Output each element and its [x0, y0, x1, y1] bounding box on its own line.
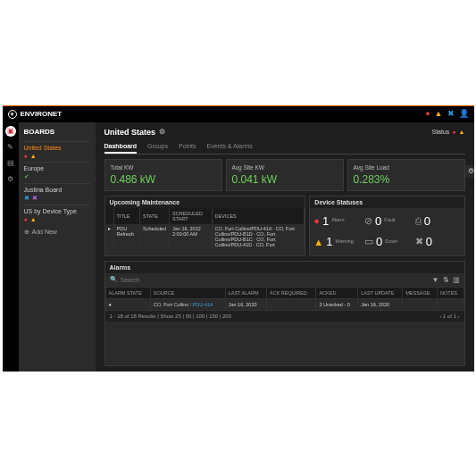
pager-pages[interactable]: ‹ 1 of 1 ›: [439, 313, 459, 319]
upcoming-maintenance-panel: Upcoming Maintenance TITLE STATE SCHEDUL…: [104, 196, 306, 256]
sidebar-item-usdevtype[interactable]: US by Device Type ●▲: [24, 205, 90, 225]
table-header-row: TITLE STATE SCHEDULED START DEVICES: [105, 208, 305, 224]
device-icon: ⎙: [415, 215, 422, 226]
add-new-button[interactable]: ⊕ Add New: [24, 229, 90, 236]
down-icon: ▭: [364, 236, 373, 247]
device-statuses-panel: Device Statuses ●1Alarm ⊘0Fault ⎙0 ▲1War…: [309, 196, 464, 256]
sidebar-item-us[interactable]: United States ●▲: [24, 141, 90, 162]
sidebar-title: BOARDS: [24, 128, 90, 136]
warning-icon: ▲: [30, 216, 37, 222]
rail-chart-icon[interactable]: ▤: [5, 158, 16, 169]
alarms-panel: Alarms 🔍 ▼ ⇅ ▥ ALARM STATE SOURCE LAST A…: [104, 261, 465, 366]
status-extra2[interactable]: ✖0: [415, 232, 461, 252]
warning-icon: ▲: [459, 129, 465, 135]
kpi-row: Total KW 0.486 kW Avg Site KW 0.041 kW A…: [104, 159, 465, 191]
tabs: Dashboard Groups Points Events & Alarms: [104, 140, 465, 154]
info-icon[interactable]: ●: [425, 110, 430, 118]
page-title: United States ⚙: [104, 128, 166, 137]
ok-icon: ✔: [24, 173, 29, 180]
kpi-avg-site-kw: Avg Site KW 0.041 kW: [226, 159, 344, 191]
chevron-left-icon[interactable]: ‹: [439, 313, 441, 319]
warning-icon: ▲: [313, 237, 323, 247]
logo-icon: ✦: [8, 110, 17, 119]
chevron-right-icon[interactable]: ›: [458, 313, 460, 319]
nav-rail: ▣ ✎ ▤ ⚙: [3, 122, 19, 372]
tools-icon[interactable]: ✖: [447, 110, 455, 118]
status-warning[interactable]: ▲1Warning: [313, 232, 359, 252]
info-icon: ●: [452, 129, 455, 135]
tab-points[interactable]: Points: [179, 140, 196, 154]
tools-icon: ✖: [415, 236, 423, 247]
topbar-icons: ● ▲ ✖ 👤: [425, 110, 468, 118]
fault-icon: ⊘: [364, 215, 372, 227]
warning-icon[interactable]: ▲: [435, 110, 443, 118]
rail-edit-icon[interactable]: ✎: [5, 142, 16, 153]
logo: ✦ ENVIRONET: [8, 110, 63, 119]
kpi-total-kw: Total KW 0.486 kW: [104, 159, 222, 191]
search-input[interactable]: [121, 277, 432, 283]
status-alarm[interactable]: ●1Alarm: [313, 212, 359, 231]
sort-icon[interactable]: ⇅: [443, 276, 449, 284]
tab-events[interactable]: Events & Alarms: [207, 140, 253, 154]
app-name: ENVIRONET: [21, 110, 63, 118]
rail-settings-icon[interactable]: ⚙: [5, 174, 16, 185]
tab-groups[interactable]: Groups: [147, 140, 168, 154]
chevron-right-icon[interactable]: ▸: [108, 226, 111, 231]
table-row[interactable]: ● CO, Fort Collins / PDU-41A Jan 16, 202…: [105, 298, 463, 310]
rail-boards-icon[interactable]: ▣: [5, 126, 16, 137]
info-icon: ●: [24, 153, 28, 159]
pager-results[interactable]: 1 - 18 of 18 Results | Show 25 | 50 | 10…: [110, 313, 232, 319]
columns-icon[interactable]: ▥: [453, 276, 460, 284]
warning-icon: ▲: [30, 153, 37, 159]
tools-icon: ✖: [32, 195, 38, 202]
gear-icon[interactable]: ⚙: [159, 128, 165, 136]
user-icon[interactable]: 👤: [459, 110, 469, 118]
alarm-icon: ●: [313, 215, 320, 226]
tab-dashboard[interactable]: Dashboard: [104, 140, 138, 154]
plus-icon: ⊕: [24, 229, 29, 236]
status-extra1[interactable]: ⎙0: [415, 212, 461, 231]
info-icon: ●: [24, 216, 28, 222]
tools-icon: ✖: [24, 195, 29, 202]
search-box[interactable]: 🔍: [110, 276, 432, 283]
filter-icon[interactable]: ▼: [432, 276, 439, 284]
settings-gear-icon[interactable]: ⚙: [465, 165, 474, 178]
sidebar: BOARDS United States ●▲ Europe ✔ Justina…: [19, 122, 96, 372]
search-icon: 🔍: [110, 276, 118, 283]
kpi-avg-site-load: Avg Site Load 0.283%: [347, 159, 465, 191]
alarms-table: ALARM STATE SOURCE LAST ALARM ACK REQUIR…: [105, 287, 464, 311]
table-header-row: ALARM STATE SOURCE LAST ALARM ACK REQUIR…: [105, 287, 463, 298]
status-down[interactable]: ▭0Down: [364, 232, 410, 252]
status: Status ● ▲: [431, 129, 464, 135]
main: ⚙ United States ⚙ Status ● ▲ Dashboard G…: [96, 122, 474, 372]
sidebar-item-europe[interactable]: Europe ✔: [24, 162, 90, 183]
sidebar-item-justina[interactable]: Justina Board ✖✖: [24, 183, 90, 205]
status-fault[interactable]: ⊘0Fault: [364, 212, 410, 231]
pager: 1 - 18 of 18 Results | Show 25 | 50 | 10…: [105, 311, 464, 322]
topbar: ✦ ENVIRONET ● ▲ ✖ 👤: [3, 106, 474, 122]
table-row[interactable]: ▸ PDU Refresh Scheduled Jan 16, 2022 2:0…: [105, 224, 305, 249]
maintenance-table: TITLE STATE SCHEDULED START DEVICES ▸ PD…: [105, 208, 305, 249]
